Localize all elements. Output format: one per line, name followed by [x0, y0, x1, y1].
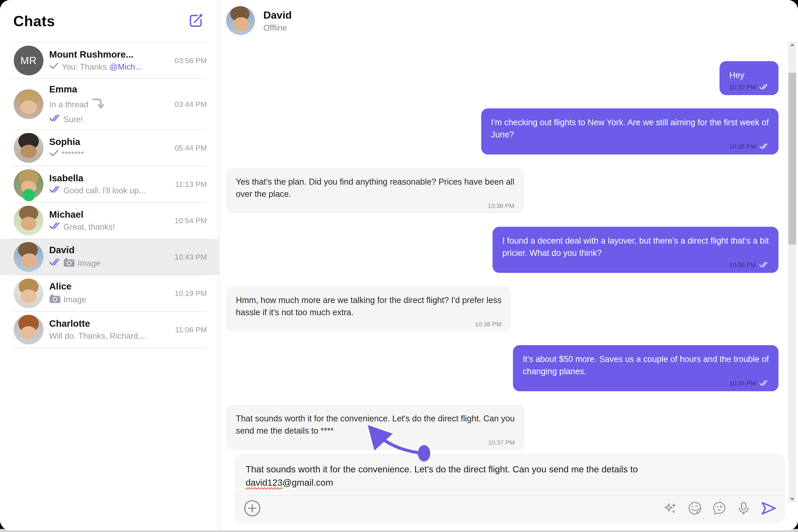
- page-title: Chats: [13, 13, 55, 30]
- microphone-icon: [736, 501, 751, 516]
- double-check-icon: [49, 222, 61, 232]
- chat-name: Isabella: [49, 173, 171, 184]
- chat-name: Mount Rushmore...: [49, 49, 170, 60]
- message-time: 10:36 PM: [729, 262, 756, 269]
- avatar: [14, 206, 43, 235]
- message-text: Hmm, how much more are we talking for th…: [236, 294, 501, 319]
- message-text: I found a decent deal with a layover, bu…: [502, 235, 769, 259]
- avatar: [14, 89, 43, 119]
- chat-list-item-emma[interactable]: Emma In a thread: [0, 79, 219, 130]
- avatar: [14, 315, 43, 344]
- messages-scrollbar[interactable]: [788, 42, 796, 502]
- sidebar-header: Chats: [0, 0, 219, 39]
- send-button[interactable]: [761, 501, 777, 516]
- attach-button[interactable]: [243, 499, 261, 518]
- message-time: 10:32 PM: [729, 84, 756, 91]
- chat-list-item-charlotte[interactable]: Charlotte Will do. Thanks, Richard.... 1…: [0, 312, 219, 347]
- conversation-title: David: [263, 9, 292, 21]
- chat-preview: *******: [62, 149, 84, 159]
- chat-list-item-sophia[interactable]: Sophia ******* 05:44 PM: [0, 130, 219, 166]
- presence-status: Offline: [263, 23, 292, 33]
- chat-time: 10:43 PM: [174, 253, 207, 261]
- chat-time: 03:44 PM: [174, 100, 207, 109]
- avatar: MR: [14, 46, 43, 75]
- double-check-icon: [49, 114, 61, 125]
- avatar-initials: MR: [20, 55, 37, 66]
- chat-time: 11:06 PM: [175, 325, 207, 334]
- plus-icon: [243, 499, 261, 518]
- double-check-icon: [49, 258, 61, 269]
- double-check-icon: [759, 380, 769, 387]
- scroll-down-arrow-icon[interactable]: [790, 498, 795, 500]
- new-chat-button[interactable]: [186, 12, 205, 31]
- chat-name: Alice: [49, 281, 170, 292]
- chat-time: 03:56 PM: [174, 56, 207, 65]
- message-bubble-outgoing: I'm checking out flights to New York. Ar…: [481, 108, 779, 154]
- double-check-icon: [759, 143, 769, 151]
- message-text: Yes that's the plan. Did you find anythi…: [236, 176, 514, 200]
- message-bubble-outgoing: It's about $50 more. Saves us a couple o…: [513, 345, 779, 391]
- avatar: [226, 6, 255, 35]
- chat-time: 11:13 PM: [175, 180, 207, 189]
- single-check-icon: [49, 62, 59, 72]
- compose-icon: [187, 12, 205, 31]
- chat-name: Sophia: [49, 136, 170, 147]
- online-status-dot: [23, 189, 35, 201]
- sticker-button[interactable]: [688, 501, 702, 516]
- chat-preview: You: Thanks: [62, 62, 107, 72]
- single-check-icon: [49, 149, 59, 159]
- message-bubble-incoming: Hmm, how much more are we talking for th…: [226, 286, 511, 332]
- draft-misspelled-word: david123: [246, 477, 282, 488]
- double-check-icon: [759, 83, 769, 91]
- chat-time: 05:44 PM: [174, 144, 207, 152]
- avatar: [14, 169, 43, 199]
- divider: [13, 347, 207, 348]
- chat-preview: Image: [63, 294, 86, 305]
- message-text: That sounds worth it for the convenience…: [236, 413, 515, 437]
- draft-text: @gmail.com: [282, 477, 333, 488]
- thread-arrow-icon: [91, 97, 104, 112]
- chat-preview: Great, thanks!: [63, 222, 115, 232]
- chat-list-item-david[interactable]: David Image 10:43 PM: [0, 239, 219, 275]
- chat-time: 10:19 PM: [174, 289, 207, 298]
- sticker-icon: [688, 501, 702, 516]
- message-bubble-incoming: That sounds worth it for the convenience…: [226, 404, 525, 450]
- ai-assist-button[interactable]: [663, 501, 678, 516]
- chat-list-item-isabella[interactable]: Isabella Good call. I'll look up... 11:1…: [0, 166, 219, 202]
- chat-preview: Sure!: [63, 114, 83, 125]
- chat-list-item-alice[interactable]: Alice Image 10:19 PM: [0, 275, 219, 311]
- chat-name: Michael: [49, 209, 170, 220]
- camera-icon: [49, 294, 61, 306]
- message-text: Hey: [729, 69, 769, 81]
- composer-toolbar: [235, 495, 784, 522]
- send-icon: [761, 501, 777, 516]
- emoji-icon: [712, 501, 727, 516]
- avatar: [14, 279, 43, 308]
- message-list: Hey 10:32 PM I'm checking out flights to…: [226, 61, 779, 450]
- message-bubble-outgoing: I found a decent deal with a layover, bu…: [493, 227, 779, 273]
- message-input[interactable]: That sounds worth it for the convenience…: [235, 455, 784, 495]
- thread-label: In a thread: [49, 99, 89, 110]
- message-text: I'm checking out flights to New York. Ar…: [491, 116, 769, 141]
- scrollbar-thumb[interactable]: [788, 73, 796, 245]
- message-time: 10:36 PM: [729, 380, 756, 387]
- chat-time: 10:54 PM: [174, 216, 207, 225]
- message-time: 10:36 PM: [488, 202, 514, 209]
- chat-list-item-mount-rushmore[interactable]: MR Mount Rushmore... You: Thanks @Mich..…: [0, 42, 219, 78]
- conversation-panel: David Offline Hey 10:32 PM I'm checking …: [220, 0, 798, 530]
- conversation-header: David Offline: [226, 6, 292, 35]
- sparkles-icon: [663, 501, 678, 516]
- message-time: 10:35 PM: [729, 143, 756, 150]
- chat-preview: Image: [78, 258, 100, 268]
- message-time: 10:36 PM: [475, 321, 501, 328]
- scroll-up-arrow-icon[interactable]: [790, 43, 795, 46]
- draft-text: That sounds worth it for the convenience…: [246, 464, 638, 474]
- double-check-icon: [49, 186, 61, 196]
- message-text: It's about $50 more. Saves us a couple o…: [523, 353, 769, 378]
- sidebar: Chats MR Mount Rushmore...: [0, 0, 220, 530]
- emoji-button[interactable]: [712, 501, 727, 516]
- chat-name: Charlotte: [49, 318, 171, 329]
- chat-list-item-michael[interactable]: Michael Great, thanks! 10:54 PM: [0, 203, 219, 239]
- voice-message-button[interactable]: [736, 501, 751, 516]
- chat-list: MR Mount Rushmore... You: Thanks @Mich..…: [0, 39, 219, 530]
